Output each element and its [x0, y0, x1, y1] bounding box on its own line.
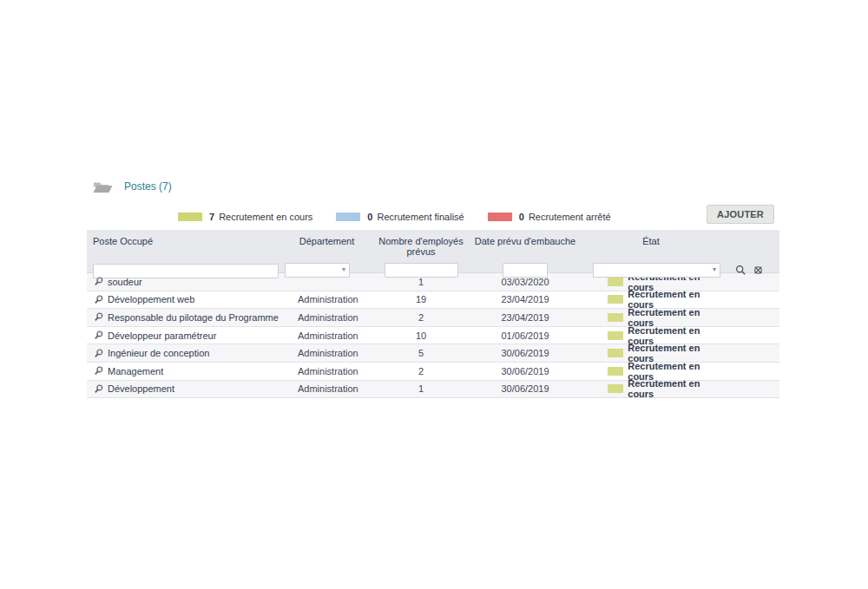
etat-cell: Recrutement en cours	[577, 378, 725, 399]
status-swatch	[608, 278, 623, 286]
date-cell: 23/04/2019	[473, 312, 577, 323]
legend-count: 7	[209, 212, 214, 222]
date-cell: 30/06/2019	[473, 383, 577, 394]
poste-cell: Développement web	[87, 294, 285, 304]
page-title: Postes (7)	[124, 180, 172, 193]
date-cell: 01/06/2019	[473, 330, 577, 341]
status-swatch	[608, 384, 623, 393]
date-cell: 30/06/2019	[473, 366, 577, 376]
departement-cell: Administration	[285, 348, 369, 358]
poste-cell: soudeur	[87, 277, 285, 287]
poste-name-link[interactable]: Ingénieur de conception	[108, 348, 209, 358]
filter-departement-select[interactable]: ▾	[285, 263, 350, 278]
table-row[interactable]: Développement Administration 1 30/06/201…	[87, 381, 779, 399]
col-header-departement: Département	[285, 236, 369, 257]
poste-name-link[interactable]: Responsable du pilotage du Programme	[108, 312, 279, 323]
poste-cell: Développeur paramétreur	[87, 330, 285, 341]
date-cell: 23/04/2019	[473, 294, 577, 304]
poste-name-link[interactable]: Développeur paramétreur	[108, 330, 216, 341]
nombre-cell: 2	[369, 366, 473, 376]
legend-label: Recrutement arrêté	[529, 212, 611, 222]
nombre-cell: 2	[369, 312, 473, 323]
poste-cell: Ingénieur de conception	[87, 348, 285, 358]
date-cell: 03/03/2020	[473, 277, 577, 287]
nombre-cell: 10	[369, 330, 473, 341]
status-swatch	[608, 295, 623, 304]
status-label: Recrutement en cours	[628, 378, 725, 399]
poste-cell: Développement	[87, 383, 285, 394]
departement-cell: Administration	[285, 312, 369, 323]
status-swatch	[608, 313, 623, 322]
legend-swatch-blue	[336, 213, 360, 221]
legend-label: Recrutement finalisé	[377, 212, 464, 222]
legend-label: Recrutement en cours	[219, 212, 312, 222]
table-body: soudeur 1 03/03/2020 Recrutement en cour…	[87, 273, 779, 398]
postes-page: Postes (7) 7 Recrutement en cours 0 Recr…	[87, 179, 779, 398]
filter-nombre-input[interactable]	[385, 263, 458, 278]
position-key-icon	[94, 277, 103, 286]
status-swatch	[608, 367, 623, 376]
page-header: Postes (7)	[87, 179, 779, 194]
nombre-cell: 1	[369, 277, 473, 287]
date-cell: 30/06/2019	[473, 348, 577, 358]
poste-name-link[interactable]: soudeur	[108, 277, 142, 287]
departement-cell: Administration	[285, 330, 369, 341]
position-key-icon	[94, 330, 103, 340]
legend-count: 0	[367, 212, 372, 222]
col-header-etat: État	[577, 236, 725, 257]
legend: 7 Recrutement en cours 0 Recrutement fin…	[178, 212, 611, 222]
clear-search-icon[interactable]	[753, 265, 764, 276]
col-header-date: Date prévu d'embauche	[473, 236, 577, 257]
chevron-down-icon: ▾	[342, 266, 345, 273]
search-icon[interactable]	[735, 265, 746, 276]
legend-item-en-cours: 7 Recrutement en cours	[178, 212, 312, 222]
folder-icon	[93, 180, 113, 193]
poste-cell: Responsable du pilotage du Programme	[87, 312, 285, 323]
departement-cell: Administration	[285, 366, 369, 376]
legend-count: 0	[519, 212, 524, 222]
position-key-icon	[94, 349, 103, 358]
legend-swatch-green	[178, 213, 202, 221]
status-swatch	[608, 331, 623, 340]
nombre-cell: 5	[369, 348, 473, 358]
column-headers: Poste Occupé Département Nombre d'employ…	[87, 230, 779, 257]
legend-swatch-red	[488, 213, 512, 221]
legend-bar: 7 Recrutement en cours 0 Recrutement fin…	[87, 207, 779, 226]
position-key-icon	[94, 312, 103, 322]
departement-cell: Administration	[285, 383, 369, 394]
col-header-nombre: Nombre d'employés prévus	[369, 236, 473, 257]
position-key-icon	[94, 384, 103, 394]
legend-item-arrete: 0 Recrutement arrêté	[488, 212, 611, 222]
nombre-cell: 19	[369, 294, 473, 304]
poste-cell: Management	[87, 366, 285, 376]
chevron-down-icon: ▾	[713, 266, 716, 273]
poste-name-link[interactable]: Management	[108, 366, 163, 376]
status-swatch	[608, 349, 623, 357]
col-header-poste: Poste Occupé	[87, 236, 285, 257]
filter-date-input[interactable]	[503, 263, 548, 278]
filter-row: ▾ ▾	[87, 262, 779, 278]
poste-name-link[interactable]: Développement	[108, 383, 174, 394]
position-key-icon	[94, 366, 103, 376]
legend-item-finalise: 0 Recrutement finalisé	[336, 212, 464, 222]
nombre-cell: 1	[369, 383, 473, 394]
poste-name-link[interactable]: Développement web	[108, 294, 194, 304]
table-header: Poste Occupé Département Nombre d'employ…	[87, 230, 779, 273]
ajouter-button[interactable]: AJOUTER	[707, 205, 774, 224]
filter-etat-select[interactable]: ▾	[593, 263, 720, 278]
position-key-icon	[94, 295, 103, 304]
departement-cell: Administration	[285, 294, 369, 304]
